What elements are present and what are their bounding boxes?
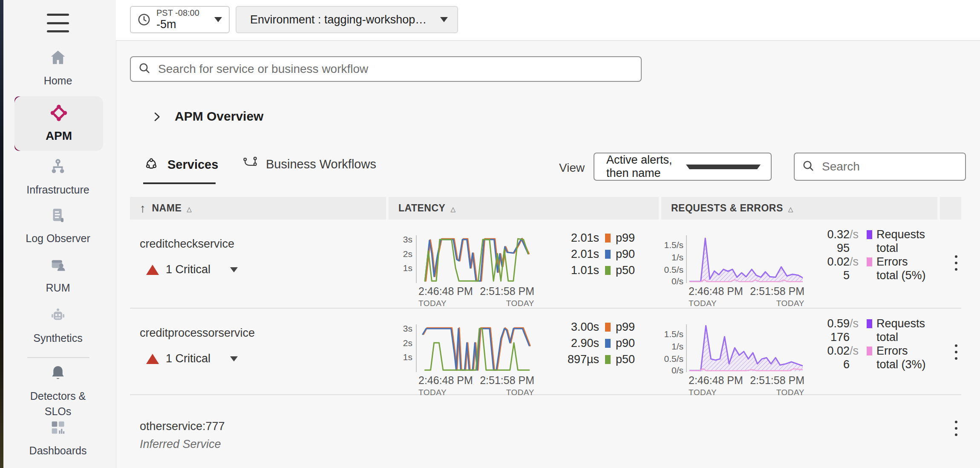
sort-indicator-icon [783,202,793,214]
tab-label: Services [167,158,218,172]
requests-swatch [867,230,872,239]
sidebar-item-label: Infrastructure [26,182,89,197]
sidebar-divider [27,357,89,358]
row-actions-kebab-icon[interactable] [950,416,963,441]
table-row: creditcheckservice 1 Critical 3s 2s 1s 2… [130,220,961,309]
sort-indicator-icon [182,202,192,214]
row-actions-kebab-icon[interactable] [950,250,963,276]
latency-cell: 3s 2s 1s 2:46:48 PMTODAY 2:51:58 PMTODAY… [386,309,659,394]
latency-x-axis: 2:46:48 PMTODAY 2:51:58 PMTODAY [418,285,534,308]
sidebar-item-rum[interactable]: RUM [3,255,112,295]
rum-icon [48,255,68,276]
active-tab-underline [143,182,216,184]
synthetics-icon [48,305,68,326]
service-search-input[interactable] [157,62,641,76]
column-header-name[interactable]: NAME [140,197,192,220]
timezone-label: PST -08:00 [156,8,199,18]
latency-x-axis: 2:46:48 PMTODAY 2:51:58 PMTODAY [418,374,534,397]
critical-triangle-icon [146,354,159,364]
latency-legend: 2.01sp99 2.01sp90 1.01sp50 [549,231,635,280]
sidebar-item-label: RUM [46,280,70,295]
alert-status-dropdown[interactable]: 1 Critical [146,352,238,365]
sidebar-item-label: Detectors & SLOs [26,388,90,419]
time-range-value: -5m [156,18,176,31]
infrastructure-icon [48,157,68,178]
search-icon [801,159,815,174]
sidebar: Home APM [0,0,116,468]
dashboards-icon [48,418,68,439]
sidebar-item-log-observer[interactable]: Log Observer [3,205,112,246]
view-selected-value: Active alerts, then name [606,153,674,180]
services-icon [144,156,159,173]
p50-swatch [605,266,611,275]
bell-icon [48,363,68,384]
table-search-input[interactable] [821,159,977,174]
view-label: View [559,161,585,175]
requests-y-axis: 1.5/s 1/s 0.5/s 0/s [659,235,683,283]
requests-swatch [867,319,872,328]
expand-chevron-icon[interactable] [150,110,164,124]
requests-y-axis: 1.5/s 1/s 0.5/s 0/s [659,324,683,372]
column-gap [937,197,940,220]
tab-label: Business Workflows [266,157,376,171]
column-label: NAME [152,202,182,214]
sort-indicator-icon [445,202,455,214]
sidebar-item-label: Home [44,73,72,88]
environment-dropdown[interactable]: Environment : tagging-workshop… [236,6,458,33]
requests-x-axis: 2:46:48 PMTODAY 2:51:58 PMTODAY [689,374,804,397]
sidebar-item-apm[interactable]: APM [14,96,103,151]
sidebar-item-home[interactable]: Home [3,48,112,88]
p99-swatch [605,323,611,332]
tab-business-workflows[interactable]: Business Workflows [242,156,376,172]
hamburger-menu-icon[interactable] [47,13,69,33]
service-name-link[interactable]: creditprocessorservice [140,326,255,340]
p90-swatch [605,250,611,259]
time-range-picker[interactable]: PST -08:00 -5m [130,6,230,33]
chevron-down-icon [686,165,761,169]
home-icon [48,48,68,69]
errors-swatch [867,347,872,355]
requests-sparkline [686,324,806,372]
requests-legend: 0.32/sRequests 95total 0.02/sErrors 5tot… [809,228,926,283]
search-icon [138,61,151,77]
chevron-down-icon [230,356,238,361]
column-header-requests-errors[interactable]: REQUESTS & ERRORS [671,197,793,220]
sidebar-item-dashboards[interactable]: Dashboards [3,418,112,458]
chevron-down-icon [214,17,222,22]
log-observer-icon [48,205,68,227]
sidebar-item-label: Dashboards [29,443,87,458]
column-gap [659,197,661,220]
row-actions-kebab-icon[interactable] [950,339,963,365]
requests-legend: 0.59/sRequests 176total 0.02/sErrors 6to… [809,317,926,372]
service-name-link[interactable]: otherservice:777 [140,420,225,433]
tab-services[interactable]: Services [144,156,218,173]
column-gap [386,197,389,220]
column-label: REQUESTS & ERRORS [671,202,783,214]
sidebar-item-synthetics[interactable]: Synthetics [3,305,112,346]
table-header: NAME LATENCY REQUESTS & ERRORS [130,197,961,220]
service-search-bar[interactable] [130,56,642,82]
alert-status-dropdown[interactable]: 1 Critical [146,263,238,276]
requests-errors-cell: 1.5/s 1/s 0.5/s 0/s 2:46:48 PMTODAY 2:51… [659,309,938,394]
sidebar-item-detectors-slos[interactable]: Detectors & SLOs [3,363,112,419]
view-dropdown[interactable]: Active alerts, then name [594,153,772,181]
latency-y-axis: 3s 2s 1s [386,235,412,283]
alert-count-label: 1 Critical [166,352,210,365]
sidebar-item-label: Log Observer [26,231,90,246]
page-title: APM Overview [175,109,263,124]
table-row: creditprocessorservice 1 Critical 3s 2s … [130,309,961,395]
sidebar-item-infrastructure[interactable]: Infrastructure [3,157,112,197]
table-row: otherservice:777 Inferred Service [130,395,961,468]
chevron-down-icon [440,17,448,22]
latency-sparkline [416,235,536,283]
latency-legend: 3.00sp99 2.90sp90 897µsp50 [549,321,635,369]
requests-errors-cell: 1.5/s 1/s 0.5/s 0/s 2:46:48 PMTODAY 2:51… [659,220,938,308]
column-header-latency[interactable]: LATENCY [398,197,455,220]
apm-icon [49,103,69,125]
requests-sparkline [686,235,806,283]
errors-swatch [867,257,872,266]
chevron-down-icon [230,267,238,272]
service-name-link[interactable]: creditcheckservice [140,237,234,251]
sidebar-item-label: Synthetics [33,330,82,346]
table-search-box[interactable] [794,153,966,181]
